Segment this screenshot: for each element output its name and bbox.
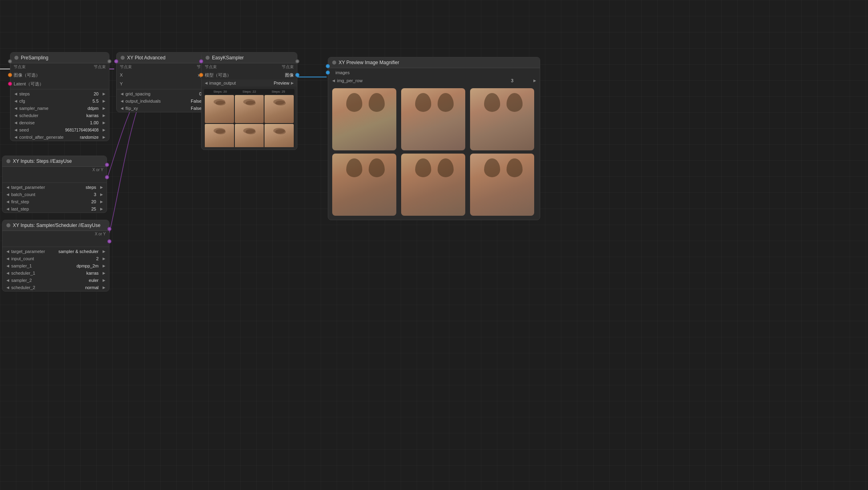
steps-right-btn[interactable] bbox=[101, 91, 107, 97]
xy-inputs-steps-title: XY Inputs: Steps //EasyUse bbox=[13, 158, 72, 164]
presampling-title: PreSampling bbox=[21, 55, 48, 61]
mini-face-1 bbox=[205, 95, 234, 123]
sampler-2-left-btn[interactable] bbox=[5, 277, 10, 283]
face-6 bbox=[470, 154, 534, 216]
presampling-dot bbox=[14, 56, 18, 60]
xy-preview-images-row: images bbox=[328, 68, 540, 77]
xy-flip-xy-row: flip_xy False bbox=[117, 105, 212, 112]
preview-label: Preview bbox=[274, 81, 289, 85]
xy-inputs-steps-dot bbox=[6, 159, 10, 163]
mini-face-3 bbox=[264, 95, 294, 123]
steps-batch-right-btn[interactable] bbox=[99, 192, 104, 197]
steps-last-row: last_step 25 bbox=[2, 205, 107, 213]
scheduler-left-btn[interactable] bbox=[13, 113, 18, 118]
control-right-btn[interactable] bbox=[101, 134, 107, 140]
sampler-target-left-btn[interactable] bbox=[5, 249, 10, 254]
output-individuals-value: False bbox=[191, 99, 202, 103]
flip-xy-label: flip_xy bbox=[125, 106, 190, 111]
mini-preview-grid bbox=[204, 94, 295, 147]
presampling-seed-row: seed 968171764696408 bbox=[10, 126, 109, 134]
xy-sep bbox=[117, 89, 212, 89]
presampling-port-label-right: 节点束 bbox=[94, 64, 106, 70]
img-per-row-left-btn[interactable] bbox=[331, 78, 336, 83]
presampling-image-row: 图像（可选） bbox=[10, 71, 109, 79]
xy-x-label: X bbox=[120, 73, 198, 77]
denoise-right-btn[interactable] bbox=[101, 120, 107, 126]
easy-ksampler-port-labels: 节点束 节点束 bbox=[202, 63, 297, 71]
xy-y-row: Y bbox=[117, 79, 212, 88]
xy-inputs-sampler-header: XY Inputs: Sampler/Scheduler //EasyUse bbox=[2, 220, 109, 231]
scheduler-1-label: scheduler_1 bbox=[11, 271, 85, 275]
steps-first-left-btn[interactable] bbox=[5, 199, 10, 205]
cfg-value: 5.5 bbox=[93, 99, 99, 103]
sampler-xy-port bbox=[107, 239, 111, 243]
steps-batch-left-btn[interactable] bbox=[5, 192, 10, 197]
control-left-btn[interactable] bbox=[13, 134, 18, 140]
steps-first-right-btn[interactable] bbox=[99, 199, 104, 205]
seed-right-btn[interactable] bbox=[101, 127, 107, 133]
denoise-label: denoise bbox=[19, 120, 89, 125]
sampler-input-count-left-btn[interactable] bbox=[5, 256, 10, 261]
steps-last-right-btn[interactable] bbox=[99, 206, 104, 212]
sampler-1-row: sampler_1 dpmpp_2m bbox=[2, 262, 109, 269]
steps-last-left-btn[interactable] bbox=[5, 206, 10, 212]
sampler-1-label: sampler_1 bbox=[11, 263, 76, 268]
sampler-input-count-right-btn[interactable] bbox=[101, 256, 107, 261]
presampling-scheduler-row: scheduler karras bbox=[10, 112, 109, 119]
denoise-left-btn[interactable] bbox=[13, 120, 18, 126]
preview-img-6 bbox=[470, 154, 534, 216]
sampler-1-left-btn[interactable] bbox=[5, 263, 10, 269]
sampler-2-right-btn[interactable] bbox=[101, 277, 107, 283]
scheduler-1-right-btn[interactable] bbox=[101, 270, 107, 276]
xy-plot-title: XY Plot Advanced bbox=[127, 55, 166, 61]
face-2 bbox=[401, 88, 465, 150]
presampling-port-labels: 节点束 节点束 bbox=[10, 63, 109, 71]
output-individuals-left-btn[interactable] bbox=[119, 98, 125, 104]
steps-target-left-btn[interactable] bbox=[5, 184, 10, 190]
presampling-header: PreSampling bbox=[10, 53, 109, 63]
control-label: control_after_generate bbox=[19, 135, 79, 140]
xy-preview-header: XY Preview Image Magnifier bbox=[328, 57, 540, 68]
seed-left-btn[interactable] bbox=[13, 127, 18, 133]
cfg-left-btn[interactable] bbox=[13, 98, 18, 104]
presampling-image-port bbox=[8, 73, 12, 77]
steps-first-value: 20 bbox=[91, 199, 96, 204]
scheduler-right-btn[interactable] bbox=[101, 113, 107, 118]
steps-batch-label: batch_count bbox=[11, 192, 93, 197]
grid-spacing-left-btn[interactable] bbox=[119, 91, 125, 97]
sampler-left-btn[interactable] bbox=[13, 105, 18, 111]
output-individuals-label: output_individuals bbox=[125, 99, 190, 103]
sampler-target-right-btn[interactable] bbox=[101, 249, 107, 254]
sampler-target-label: target_parameter bbox=[11, 249, 58, 254]
seed-value: 968171764696408 bbox=[65, 128, 99, 132]
xy-inputs-sampler-title: XY Inputs: Sampler/Scheduler //EasyUse bbox=[13, 223, 101, 228]
scheduler-2-right-btn[interactable] bbox=[101, 285, 107, 290]
steps-left-btn[interactable] bbox=[13, 91, 18, 97]
xy-preview-img-per-row-row: img_per_row 3 bbox=[328, 77, 540, 84]
presampling-sampler-row: sampler_name ddpm bbox=[10, 105, 109, 112]
steps-first-label: first_step bbox=[11, 199, 91, 204]
xy-plot-port-labels: 节点束 节点束 bbox=[117, 63, 212, 71]
xy-preview-image-grid bbox=[328, 84, 540, 220]
presampling-latent-port bbox=[8, 82, 12, 86]
presampling-port-label-left: 节点束 bbox=[14, 64, 26, 70]
sampler-2-row: sampler_2 euler bbox=[2, 277, 109, 284]
grid-spacing-label: grid_spacing bbox=[125, 91, 198, 96]
mini-cell-5 bbox=[235, 124, 264, 148]
cfg-right-btn[interactable] bbox=[101, 98, 107, 104]
presampling-cfg-row: cfg 5.5 bbox=[10, 97, 109, 105]
presampling-latent-row: Latent（可选） bbox=[10, 79, 109, 88]
presampling-image-label: 图像（可选） bbox=[14, 72, 106, 78]
face-3 bbox=[470, 88, 534, 150]
scheduler-1-left-btn[interactable] bbox=[5, 270, 10, 276]
xy-inputs-steps-port-right bbox=[105, 163, 109, 167]
scheduler-2-left-btn[interactable] bbox=[5, 285, 10, 290]
img-per-row-right-btn[interactable] bbox=[532, 78, 537, 83]
easy-ksampler-model-port bbox=[199, 73, 203, 77]
flip-xy-left-btn[interactable] bbox=[119, 105, 125, 111]
sampler-1-right-btn[interactable] bbox=[101, 263, 107, 269]
steps-last-value: 25 bbox=[91, 207, 96, 211]
sampler-right-btn[interactable] bbox=[101, 105, 107, 111]
steps-target-right-btn[interactable] bbox=[99, 184, 104, 190]
scheduler-1-value: karras bbox=[86, 271, 99, 275]
